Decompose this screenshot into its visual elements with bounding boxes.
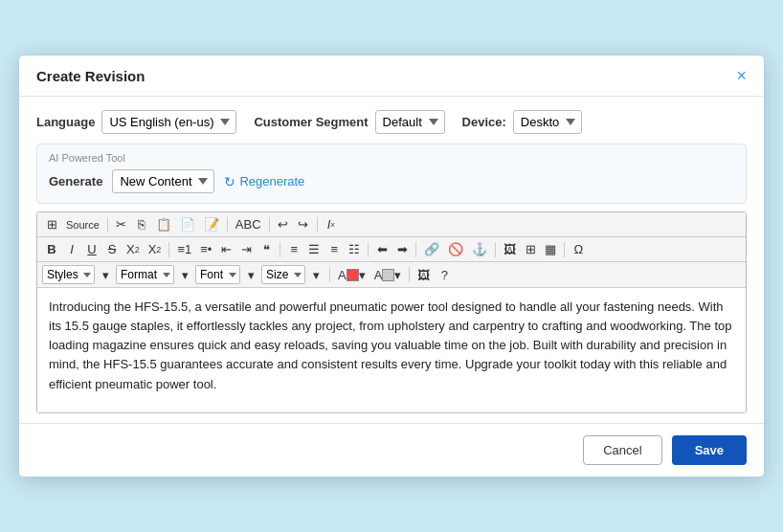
cancel-button[interactable]: Cancel	[583, 435, 661, 465]
device-label: Device:	[462, 115, 506, 129]
align-right-button[interactable]: ≡	[324, 240, 344, 258]
font-color-swatch	[347, 269, 359, 281]
customer-segment-field: Customer Segment Default	[254, 110, 444, 134]
styles-arrow[interactable]: ▾	[96, 266, 115, 284]
align-center-button[interactable]: ☰	[304, 240, 324, 258]
size-select[interactable]: Size	[261, 265, 305, 284]
customer-segment-select[interactable]: Default	[375, 110, 445, 134]
toolbar-sep-10	[564, 242, 565, 257]
device-select[interactable]: Deskto	[513, 110, 582, 134]
paste-text-button[interactable]: 📄	[176, 215, 199, 233]
settings-row: Language US English (en-us) Customer Seg…	[36, 110, 747, 134]
anchor-button[interactable]: ⚓	[468, 240, 491, 258]
source-label: Source	[66, 219, 100, 231]
toolbar-sep-1	[107, 217, 108, 233]
dialog-footer: Cancel Save	[19, 423, 764, 477]
source-button[interactable]: Source	[62, 217, 103, 233]
language-field: Language US English (en-us)	[36, 110, 236, 134]
toolbar-row-2: B I U S X2 X2 ≡1 ≡• ⇤ ⇥ ❝ ≡ ☰ ≡ ☷ ⬅ ➡	[37, 237, 746, 262]
save-button[interactable]: Save	[672, 435, 747, 465]
table-button[interactable]: ⊞	[521, 240, 540, 258]
remove-format-button[interactable]: Ix	[322, 215, 341, 233]
generate-row: Generate New Content ↻ Regenerate	[49, 169, 734, 193]
toolbar-sep-4	[317, 217, 318, 233]
regenerate-label: Regenerate	[239, 174, 304, 188]
table2-button[interactable]: ▦	[541, 240, 560, 258]
indent-right-button[interactable]: ➡	[392, 240, 412, 258]
language-label: Language	[36, 115, 95, 129]
font-color-button[interactable]: A▾	[334, 266, 369, 284]
regenerate-icon: ↻	[224, 174, 235, 189]
toolbar-row-1: ⊞ Source ✂ ⎘ 📋 📄 📝 ABC ↩ ↪ Ix	[37, 212, 746, 237]
indent-left-button[interactable]: ⬅	[372, 240, 392, 258]
toolbar-sep-6	[280, 242, 280, 257]
add-button[interactable]: ⊞	[42, 215, 61, 233]
paste-button[interactable]: 📋	[152, 215, 175, 233]
toolbar-sep-5	[168, 242, 169, 257]
bg-color-swatch	[382, 269, 394, 281]
underline-button[interactable]: U	[82, 240, 101, 258]
align-left-button[interactable]: ≡	[284, 240, 303, 258]
format-arrow[interactable]: ▾	[175, 266, 194, 284]
toolbar-sep-11	[329, 267, 330, 282]
font-select[interactable]: Font	[195, 265, 240, 284]
paste-word-button[interactable]: 📝	[200, 215, 223, 233]
dialog-body: Language US English (en-us) Customer Seg…	[19, 97, 764, 423]
close-button[interactable]: ×	[736, 67, 747, 84]
regenerate-button[interactable]: ↻ Regenerate	[224, 174, 304, 189]
generate-label: Generate	[49, 174, 102, 188]
toolbar-row-3: Styles ▾ Format ▾ Font ▾ Size ▾ A▾	[37, 262, 746, 288]
format-select[interactable]: Format	[116, 265, 174, 284]
styles-select[interactable]: Styles	[42, 265, 95, 284]
copy-button[interactable]: ⎘	[132, 215, 151, 233]
superscript-button[interactable]: X2	[145, 240, 166, 258]
unlink-button[interactable]: 🚫	[444, 240, 467, 258]
size-arrow[interactable]: ▾	[306, 266, 325, 284]
customer-segment-label: Customer Segment	[254, 115, 368, 129]
insert-image2-button[interactable]: 🖼	[414, 266, 434, 284]
editor-content[interactable]: Introducing the HFS-15.5, a versatile an…	[37, 288, 746, 412]
blockquote-button[interactable]: ❝	[257, 240, 276, 258]
bold-button[interactable]: B	[42, 240, 61, 258]
toolbar-sep-12	[409, 267, 410, 282]
toolbar-sep-3	[269, 217, 270, 233]
indent-button[interactable]: ⇥	[236, 240, 256, 258]
subscript-button[interactable]: X2	[123, 240, 144, 258]
ai-tool-section: AI Powered Tool Generate New Content ↻ R…	[36, 144, 747, 204]
editor-section: ⊞ Source ✂ ⎘ 📋 📄 📝 ABC ↩ ↪ Ix B I U	[36, 211, 747, 413]
toolbar-sep-9	[495, 242, 496, 257]
undo-button[interactable]: ↩	[274, 215, 293, 233]
align-justify-button[interactable]: ☷	[345, 240, 364, 258]
toolbar-sep-7	[368, 242, 369, 257]
toolbar-sep-8	[415, 242, 416, 257]
language-select[interactable]: US English (en-us)	[101, 110, 236, 134]
outdent-button[interactable]: ⇤	[216, 240, 235, 258]
image-button[interactable]: 🖼	[500, 240, 520, 258]
dialog-header: Create Revision ×	[19, 55, 764, 97]
create-revision-dialog: Create Revision × Language US English (e…	[18, 55, 765, 477]
cut-button[interactable]: ✂	[112, 215, 131, 233]
italic-button[interactable]: I	[62, 240, 81, 258]
strikethrough-button[interactable]: S	[102, 240, 122, 258]
ai-tool-label: AI Powered Tool	[49, 152, 734, 164]
redo-button[interactable]: ↪	[294, 215, 313, 233]
link-button[interactable]: 🔗	[420, 240, 443, 258]
special-chars-button[interactable]: Ω	[569, 240, 588, 258]
ol-button[interactable]: ≡1	[173, 240, 195, 258]
device-field: Device: Deskto	[462, 110, 582, 134]
font-arrow[interactable]: ▾	[241, 266, 260, 284]
help-button[interactable]: ?	[435, 266, 454, 284]
ul-button[interactable]: ≡•	[196, 240, 215, 258]
bg-color-button[interactable]: A▾	[370, 266, 406, 284]
dialog-title: Create Revision	[36, 68, 145, 84]
toolbar-sep-2	[227, 217, 228, 233]
spellcheck-button[interactable]: ABC	[232, 215, 265, 233]
generate-select[interactable]: New Content	[112, 169, 214, 193]
